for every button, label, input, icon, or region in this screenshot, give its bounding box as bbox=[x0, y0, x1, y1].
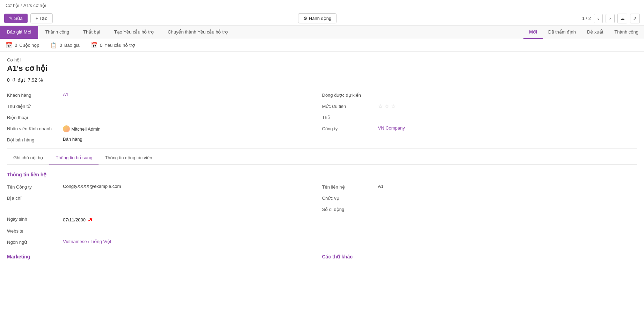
status-tab-thanhcong[interactable]: Thành công bbox=[38, 26, 76, 39]
address-value[interactable] bbox=[63, 195, 322, 212]
reach-text: đạt bbox=[17, 77, 25, 83]
salesperson-label: Nhân viên Kinh doanh bbox=[7, 125, 63, 131]
breadcrumb: Cơ hội / A1's cơ hội bbox=[0, 0, 644, 11]
calendar-icon: 📅 bbox=[6, 42, 13, 49]
expected-close-row: Đóng được dự kiến bbox=[322, 90, 637, 101]
bottom-sections: Marketing Các thứ khác bbox=[7, 254, 637, 264]
salesperson-value: Mitchell Admin bbox=[63, 125, 322, 132]
opportunity-stats: 0 đ đạt 7,92 % bbox=[7, 77, 637, 83]
language-value[interactable]: Vietnamese / Tiếng Việt bbox=[63, 239, 322, 244]
other-header: Các thứ khác bbox=[322, 254, 637, 259]
phone-label: Điện thoại bbox=[7, 114, 63, 120]
percent-value: 7,92 % bbox=[28, 77, 43, 83]
birthdate-text[interactable]: 07/11/2000 bbox=[63, 217, 86, 222]
mobile-label: Số di động bbox=[322, 206, 378, 212]
status-right-new[interactable]: Mới bbox=[523, 26, 542, 39]
support-icon: 📅 bbox=[91, 42, 98, 49]
red-arrow-indicator: ➔ bbox=[86, 215, 95, 225]
stars-container[interactable]: ☆ ☆ ☆ bbox=[378, 103, 637, 110]
toolbar-right: 1 / 2 ‹ › ☁ ↗ bbox=[582, 14, 640, 23]
edit-button[interactable]: ✎ Sửa bbox=[4, 14, 28, 23]
status-tab-taoyeucau[interactable]: Tạo Yêu cầu hỗ trợ bbox=[107, 26, 161, 39]
star-3[interactable]: ☆ bbox=[391, 103, 396, 110]
company-value[interactable]: VN Company bbox=[378, 125, 637, 131]
customer-value[interactable]: A1 bbox=[63, 92, 322, 97]
pagination: 1 / 2 bbox=[582, 16, 591, 21]
contact-col-right: Tên liên hệ A1 Chức vụ Số di động bbox=[322, 182, 637, 248]
form-col-right: Đóng được dự kiến Mức ưu tiên ☆ ☆ ☆ Thẻ bbox=[322, 90, 637, 146]
action-button[interactable]: ⚙ Hành động bbox=[298, 13, 337, 23]
prev-button[interactable]: ‹ bbox=[594, 14, 603, 23]
tags-row: Thẻ bbox=[322, 112, 637, 123]
toolbar: ✎ Sửa + Tạo ⚙ Hành động 1 / 2 ‹ › ☁ ↗ bbox=[0, 11, 644, 26]
activity-quotes[interactable]: 📋 0 Báo giá bbox=[50, 42, 79, 49]
status-right-tabs: Mới Đã thẩm định Đề xuất Thành công bbox=[523, 26, 644, 39]
tab-additional[interactable]: Thông tin bổ sung bbox=[49, 152, 99, 164]
salesperson-avatar bbox=[63, 125, 70, 132]
activity-meetings[interactable]: 📅 0 Cuộc họp bbox=[6, 42, 39, 49]
contact-name-label: Tên liên hệ bbox=[322, 184, 378, 190]
birthdate-label: Ngày sinh bbox=[7, 216, 63, 222]
activity-support[interactable]: 📅 0 Yêu cầu hỗ trợ bbox=[91, 42, 135, 49]
support-label: Yêu cầu hỗ trợ bbox=[104, 43, 135, 48]
breadcrumb-current: A1's cơ hội bbox=[23, 3, 46, 8]
breadcrumb-separator: / bbox=[21, 3, 22, 8]
sales-team-value[interactable]: Bán hàng bbox=[63, 137, 322, 142]
tabs: Ghi chú nội bộ Thông tin bổ sung Thông t… bbox=[7, 152, 637, 165]
company-name-row: Tên Công ty CongtyXXXX@example.com bbox=[7, 182, 322, 193]
meetings-label: Cuộc họp bbox=[19, 43, 39, 48]
contact-name-value[interactable]: A1 bbox=[378, 184, 637, 189]
mobile-row: Số di động bbox=[322, 204, 637, 215]
expected-close-label: Đóng được dự kiến bbox=[322, 92, 378, 98]
status-right-success[interactable]: Thành công bbox=[609, 26, 644, 39]
star-2[interactable]: ☆ bbox=[384, 103, 389, 110]
star-1[interactable]: ☆ bbox=[378, 103, 383, 110]
language-label: Ngôn ngữ bbox=[7, 239, 63, 245]
form-divider bbox=[7, 148, 637, 149]
contact-name-row: Tên liên hệ A1 bbox=[322, 182, 637, 193]
website-row: Website bbox=[7, 226, 322, 237]
status-tab-chuyenthanh[interactable]: Chuyển thành Yêu cầu hỗ trợ bbox=[161, 26, 235, 39]
status-right-proposed[interactable]: Đề xuất bbox=[581, 26, 609, 39]
activity-bar: 📅 0 Cuộc họp 📋 0 Báo giá 📅 0 Yêu cầu hỗ … bbox=[0, 39, 644, 52]
opportunity-title[interactable]: A1's cơ hội bbox=[7, 64, 637, 73]
form-col-left: Khách hàng A1 Thư điện tử Điện thoại Nhâ… bbox=[7, 90, 322, 146]
company-row: Công ty VN Company bbox=[322, 123, 637, 134]
quotes-count: 0 bbox=[59, 43, 62, 48]
create-button[interactable]: + Tạo bbox=[30, 13, 53, 23]
salesperson-name[interactable]: Mitchell Admin bbox=[71, 126, 101, 132]
birthdate-value: 07/11/2000 ➔ bbox=[63, 216, 322, 224]
salesperson-row: Nhân viên Kinh doanh Mitchell Admin bbox=[7, 123, 322, 134]
language-row: Ngôn ngữ Vietnamese / Tiếng Việt bbox=[7, 237, 322, 248]
opportunity-label: Cơ hội bbox=[7, 57, 637, 63]
address-row: Địa chỉ bbox=[7, 193, 322, 214]
email-label: Thư điện tử bbox=[7, 103, 63, 109]
birthdate-row: Ngày sinh 07/11/2000 ➔ bbox=[7, 214, 322, 226]
next-button[interactable]: › bbox=[606, 14, 615, 23]
external-link-icon[interactable]: ↗ bbox=[630, 14, 640, 23]
breadcrumb-parent[interactable]: Cơ hội bbox=[6, 3, 19, 8]
support-count: 0 bbox=[100, 43, 102, 48]
tab-collaborator[interactable]: Thông tin cộng tác viên bbox=[99, 152, 158, 164]
sales-team-row: Đội bán hàng Bán hàng bbox=[7, 134, 322, 146]
customer-row: Khách hàng A1 bbox=[7, 90, 322, 101]
status-right-assessed[interactable]: Đã thẩm định bbox=[543, 26, 581, 39]
priority-stars: ☆ ☆ ☆ bbox=[378, 103, 637, 110]
address-label: Địa chỉ bbox=[7, 195, 63, 201]
tab-notes[interactable]: Ghi chú nội bộ bbox=[7, 152, 49, 164]
customer-label: Khách hàng bbox=[7, 92, 63, 98]
main-content: Cơ hội A1's cơ hội 0 đ đạt 7,92 % Khách … bbox=[0, 52, 644, 269]
status-tab-thatbai[interactable]: Thất bại bbox=[76, 26, 107, 39]
job-title-label: Chức vụ bbox=[322, 195, 378, 201]
priority-label: Mức ưu tiên bbox=[322, 103, 378, 109]
cloud-icon[interactable]: ☁ bbox=[617, 14, 627, 23]
tags-label: Thẻ bbox=[322, 114, 378, 120]
company-name-value[interactable]: CongtyXXXX@example.com bbox=[63, 184, 322, 189]
company-name-label: Tên Công ty bbox=[7, 184, 63, 190]
status-bar: Báo giá Mới Thành công Thất bại Tạo Yêu … bbox=[0, 26, 644, 39]
marketing-header: Marketing bbox=[7, 254, 322, 259]
sales-team-label: Đội bán hàng bbox=[7, 137, 63, 142]
amount-value: 0 bbox=[7, 77, 10, 83]
status-tab-baogiamoí[interactable]: Báo giá Mới bbox=[0, 26, 38, 39]
email-row: Thư điện tử bbox=[7, 101, 322, 112]
